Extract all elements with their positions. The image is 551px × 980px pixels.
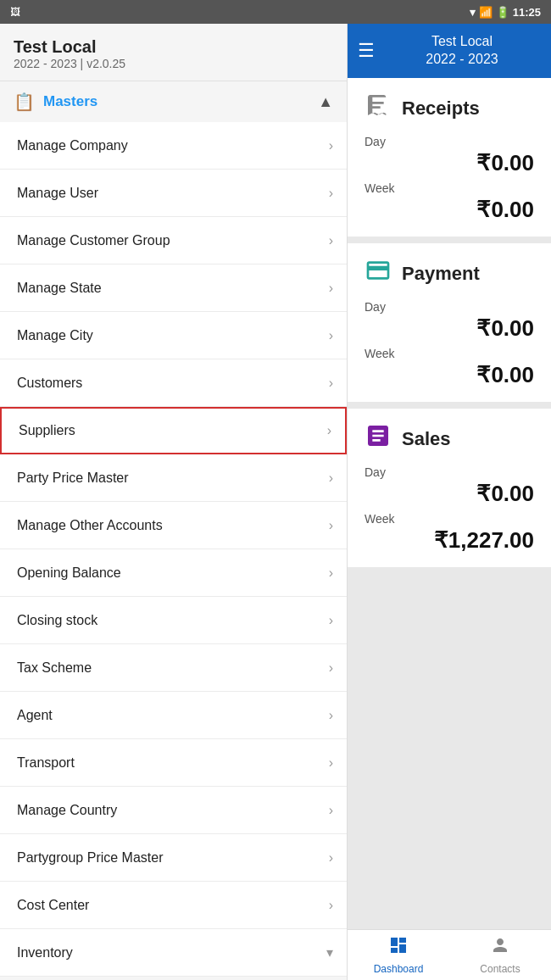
- payment-icon: [365, 257, 392, 290]
- payment-card: Payment Day ₹0.00 Week ₹0.00: [348, 243, 551, 402]
- top-bar: ☰ Test Local 2022 - 2023: [348, 24, 551, 78]
- bottom-nav-dashboard[interactable]: Dashboard: [348, 930, 449, 980]
- menu-label-closing-stock: Closing stock: [17, 613, 97, 628]
- payment-week-value: ₹0.00: [476, 362, 534, 387]
- menu-item-manage-user[interactable]: Manage User ›: [0, 170, 347, 217]
- menu-item-suppliers[interactable]: Suppliers ›: [0, 407, 347, 454]
- top-bar-title-line2: 2022 - 2023: [383, 51, 541, 69]
- menu-item-transport[interactable]: Transport ›: [0, 739, 347, 787]
- menu-item-manage-customer-group[interactable]: Manage Customer Group ›: [0, 217, 347, 264]
- app-icon: 🖼: [10, 6, 20, 18]
- sales-day-label: Day: [365, 465, 386, 479]
- payment-day-label: Day: [365, 300, 386, 314]
- top-bar-title: Test Local 2022 - 2023: [383, 33, 541, 69]
- contacts-icon: [490, 935, 510, 961]
- bottom-nav: Dashboard Contacts: [348, 929, 551, 980]
- receipts-card-header: Receipts: [365, 92, 534, 125]
- menu-item-opening-balance[interactable]: Opening Balance ›: [0, 549, 347, 597]
- payment-card-header: Payment: [365, 257, 534, 290]
- receipts-day-value: ₹0.00: [476, 150, 534, 175]
- status-bar-left: 🖼: [10, 6, 20, 18]
- status-time: 11:25: [513, 6, 541, 19]
- menu-item-manage-country[interactable]: Manage Country ›: [0, 787, 347, 834]
- menu-label-partygroup-price-master: Partygroup Price Master: [17, 850, 164, 866]
- sales-card: Sales Day ₹0.00 Week ₹1,227.00: [348, 409, 551, 567]
- chevron-right-icon-11: ›: [329, 660, 333, 676]
- chevron-up-icon: ▲: [318, 93, 333, 111]
- receipts-day-label: Day: [365, 135, 386, 148]
- sales-week-label: Week: [365, 512, 395, 526]
- wifi-icon: ▾: [470, 6, 476, 19]
- chevron-right-icon-13: ›: [329, 755, 333, 771]
- menu-label-manage-state: Manage State: [17, 281, 102, 296]
- chevron-right-icon-1: ›: [329, 186, 333, 201]
- menu-item-manage-city[interactable]: Manage City ›: [0, 312, 347, 359]
- chevron-right-icon-3: ›: [329, 281, 333, 296]
- section-title: Masters: [43, 93, 97, 110]
- menu-label-manage-customer-group: Manage Customer Group: [17, 233, 170, 248]
- masters-icon: 📋: [14, 92, 35, 112]
- receipts-card: Receipts Day ₹0.00 Week ₹0.00: [348, 78, 551, 237]
- menu-label-transport: Transport: [17, 755, 75, 771]
- chevron-right-icon-5: ›: [329, 376, 333, 391]
- menu-label-manage-country: Manage Country: [17, 803, 117, 818]
- menu-item-inventory[interactable]: Inventory ▾: [0, 929, 347, 977]
- menu-item-manage-state[interactable]: Manage State ›: [0, 264, 347, 312]
- menu-label-inventory: Inventory: [17, 945, 73, 961]
- menu-label-manage-city: Manage City: [17, 328, 93, 343]
- sales-icon: [365, 422, 392, 455]
- chevron-right-icon-2: ›: [329, 233, 333, 248]
- chevron-right-icon-6: ›: [327, 423, 331, 438]
- menu-label-manage-company: Manage Company: [17, 138, 128, 153]
- menu-item-agent[interactable]: Agent ›: [0, 692, 347, 739]
- sidebar: Test Local 2022 - 2023 | v2.0.25 📋 Maste…: [0, 24, 348, 980]
- masters-section-header[interactable]: 📋 Masters ▲: [0, 81, 347, 122]
- chevron-down-icon-17: ▾: [326, 944, 333, 961]
- menu-label-manage-user: Manage User: [17, 186, 98, 201]
- receipts-week-value: ₹0.00: [476, 197, 534, 222]
- chevron-right-icon-10: ›: [329, 613, 333, 628]
- chevron-right-icon-9: ›: [329, 565, 333, 581]
- chevron-right-icon-15: ›: [329, 850, 333, 866]
- battery-icon: 🔋: [496, 6, 509, 19]
- menu-label-customers: Customers: [17, 376, 82, 391]
- dashboard-label: Dashboard: [374, 963, 424, 975]
- menu-item-tax-scheme[interactable]: Tax Scheme ›: [0, 644, 347, 692]
- chevron-right-icon-8: ›: [329, 518, 333, 533]
- menu-label-opening-balance: Opening Balance: [17, 565, 121, 581]
- menu-item-party-price-master[interactable]: Party Price Master ›: [0, 454, 347, 502]
- receipts-week-label: Week: [365, 181, 395, 195]
- payment-day-value: ₹0.00: [476, 315, 534, 341]
- chevron-right-icon-0: ›: [329, 138, 333, 153]
- bottom-nav-contacts[interactable]: Contacts: [449, 930, 551, 980]
- receipts-title: Receipts: [402, 97, 480, 120]
- sales-day-value: ₹0.00: [476, 481, 534, 506]
- menu-label-suppliers: Suppliers: [19, 423, 75, 438]
- chevron-right-icon-12: ›: [329, 708, 333, 723]
- chevron-right-icon-4: ›: [329, 328, 333, 343]
- menu-label-cost-center: Cost Center: [17, 898, 89, 913]
- chevron-right-icon-7: ›: [329, 471, 333, 486]
- cards-area: Receipts Day ₹0.00 Week ₹0.00: [348, 78, 551, 929]
- menu-item-manage-other-accounts[interactable]: Manage Other Accounts ›: [0, 502, 347, 549]
- app-sub: 2022 - 2023 | v2.0.25: [14, 57, 333, 70]
- chevron-right-icon-16: ›: [329, 898, 333, 913]
- menu-item-partygroup-price-master[interactable]: Partygroup Price Master ›: [0, 834, 347, 882]
- menu-item-closing-stock[interactable]: Closing stock ›: [0, 597, 347, 644]
- menu-label-agent: Agent: [17, 708, 53, 723]
- menu-item-manage-company[interactable]: Manage Company ›: [0, 122, 347, 170]
- menu-label-party-price-master: Party Price Master: [17, 471, 129, 486]
- top-bar-title-line1: Test Local: [383, 33, 541, 51]
- payment-title: Payment: [402, 263, 480, 285]
- menu-item-cost-center[interactable]: Cost Center ›: [0, 882, 347, 929]
- sales-card-header: Sales: [365, 422, 534, 455]
- sidebar-header: Test Local 2022 - 2023 | v2.0.25: [0, 24, 347, 81]
- hamburger-button[interactable]: ☰: [358, 40, 375, 62]
- app-name: Test Local: [14, 37, 333, 57]
- sales-week-value: ₹1,227.00: [434, 527, 534, 553]
- main-layout: Test Local 2022 - 2023 | v2.0.25 📋 Maste…: [0, 24, 551, 980]
- menu-label-manage-other-accounts: Manage Other Accounts: [17, 518, 163, 533]
- sales-title: Sales: [402, 428, 451, 450]
- menu-label-tax-scheme: Tax Scheme: [17, 660, 92, 676]
- menu-item-customers[interactable]: Customers ›: [0, 359, 347, 407]
